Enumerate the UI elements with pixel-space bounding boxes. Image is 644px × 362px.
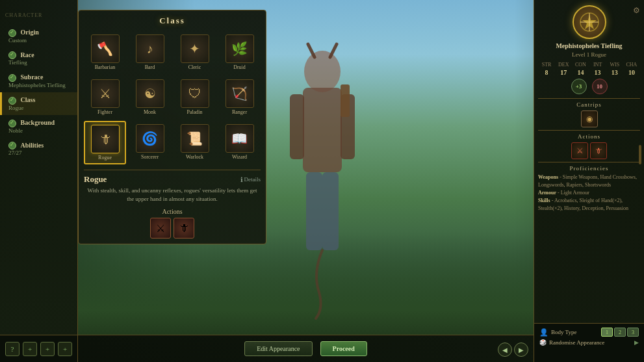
settings-icon[interactable]: ⚙ (633, 4, 640, 16)
details-icon: ℹ (240, 176, 243, 183)
class-item-rogue[interactable]: 🗡 Rogue (84, 121, 126, 164)
actions-section-header: Actions (538, 130, 640, 140)
str-label: STR (538, 62, 555, 68)
action-icon-2[interactable]: 🗡 (174, 218, 194, 239)
body-type-btn-1[interactable]: 1 (601, 328, 613, 337)
class-item-monk[interactable]: ☯ Monk (129, 76, 171, 118)
proficiency-section: Proficiencies Weapons - Simple Weapons, … (538, 162, 640, 213)
sidebar-item-subrace[interactable]: Subrace Mephistopheles Tiefling (0, 70, 77, 92)
class-item-warlock[interactable]: 📜 Warlock (174, 121, 216, 164)
fighter-label: Fighter (97, 109, 112, 115)
proficiency-bonus-circle: +3 (571, 79, 587, 94)
race-check-icon (8, 51, 16, 59)
sidebar-item-abilities[interactable]: Abilities 27/27 (0, 138, 77, 161)
actions-section: Actions ⚔ 🗡 (84, 208, 261, 239)
subrace-check-icon (8, 74, 16, 82)
bonus-section: +3 10 (538, 79, 640, 94)
class-item-sorcerer[interactable]: 🌀 Sorcerer (129, 121, 171, 164)
body-type-btn-3[interactable]: 3 (627, 328, 639, 337)
sidebar-item-origin[interactable]: Origin Custom (0, 25, 77, 47)
class-item-wizard[interactable]: 📖 Wizard (218, 121, 261, 164)
class-item-druid[interactable]: 🌿 Druid (218, 31, 261, 73)
class-item-cleric[interactable]: ✦ Cleric (174, 31, 216, 73)
cha-value: 10 (623, 69, 640, 76)
proficiency-bonus-item: +3 (571, 79, 587, 94)
svg-rect-8 (341, 84, 350, 117)
ranger-icon: 🏹 (225, 79, 254, 108)
add-button-1[interactable]: + (23, 342, 37, 356)
nav-left-button[interactable]: ◀ (498, 343, 512, 357)
monk-icon: ☯ (136, 79, 164, 108)
class-item-bard[interactable]: ♪ Bard (129, 31, 171, 73)
class-description-area: Rogue ℹ Details With stealth, skill, and… (84, 170, 261, 239)
right-action-icon-2[interactable]: 🗡 (590, 142, 607, 159)
proficiency-weapons: Weapons - Simple Weapons, Hand Crossbows… (538, 174, 640, 189)
action-icon-1[interactable]: ⚔ (150, 218, 171, 239)
sidebar-race-title: Race (21, 51, 34, 58)
right-action-icon-1[interactable]: ⚔ (571, 142, 588, 159)
right-panel: ⚙ Mephistopheles Tiefling Level 1 Rogue … (534, 0, 644, 362)
nav-arrows: ◀ ▶ (498, 343, 528, 357)
bard-icon: ♪ (136, 34, 164, 63)
abilities-check-icon (8, 142, 16, 149)
selected-class-name: Rogue (84, 174, 107, 185)
class-item-ranger[interactable]: 🏹 Ranger (218, 76, 261, 118)
right-panel-action-icons: ⚔ 🗡 (538, 142, 640, 159)
add-button-2[interactable]: + (40, 342, 55, 356)
randomise-row[interactable]: 🎲 Randomise Appearance ▶ (539, 339, 639, 346)
dex-value: 17 (555, 69, 572, 76)
details-link[interactable]: ℹ Details (240, 176, 261, 183)
proceed-button[interactable]: Proceed (320, 341, 367, 356)
sidebar-item-race[interactable]: Race Tiefling (0, 47, 77, 70)
barbarian-label: Barbarian (95, 64, 116, 70)
cleric-icon: ✦ (181, 34, 209, 63)
proficiency-bonus-value: +3 (576, 83, 582, 90)
stats-labels-row: STR DEX CON INT WIS CHA (538, 62, 640, 68)
character-level: Level 1 Rogue (538, 51, 640, 58)
ranger-label: Ranger (232, 109, 247, 115)
warlock-icon: 📜 (181, 124, 209, 153)
add-button-3[interactable]: + (58, 342, 72, 356)
body-type-btn-2[interactable]: 2 (614, 328, 626, 337)
help-button[interactable]: ? (5, 342, 19, 356)
class-description-text: With stealth, skill, and uncanny reflexe… (84, 187, 261, 203)
character-name: Mephistopheles Tiefling (538, 42, 640, 50)
sidebar-subrace-title: Subrace (21, 73, 44, 81)
bottom-bar: Edit Appearance Proceed ◀ ▶ (78, 335, 534, 362)
nav-right-button[interactable]: ▶ (514, 343, 528, 357)
body-type-label: Body Type (551, 329, 576, 335)
wizard-icon: 📖 (225, 124, 254, 153)
sidebar-origin-title: Origin (21, 29, 39, 36)
sidebar-class-value: Rogue (8, 105, 71, 111)
cantrip-icons: ◉ (538, 110, 640, 127)
dex-label: DEX (555, 62, 572, 68)
sidebar-item-class[interactable]: Class Rogue (0, 92, 77, 115)
class-item-barbarian[interactable]: 🪓 Barbarian (84, 31, 126, 73)
sidebar-abilities-title: Abilities (21, 142, 44, 149)
sidebar-abilities-value: 27/27 (8, 149, 71, 156)
body-type-buttons: 1 2 3 (601, 328, 639, 337)
class-item-paladin[interactable]: 🛡 Paladin (174, 76, 216, 118)
sorcerer-icon: 🌀 (136, 124, 164, 153)
class-check-icon (8, 97, 16, 105)
proficiency-skills: Skills - Acrobatics, Sleight of Hand(×2)… (538, 197, 640, 213)
edit-appearance-button[interactable]: Edit Appearance (244, 341, 312, 356)
cantrip-icon-1[interactable]: ◉ (581, 110, 598, 127)
class-item-fighter[interactable]: ⚔ Fighter (84, 76, 126, 118)
druid-label: Druid (233, 64, 246, 70)
proficiency-armour: Armour - Light Armour (538, 189, 640, 197)
paladin-icon: 🛡 (181, 79, 209, 108)
character-emblem (538, 5, 640, 39)
svg-rect-5 (322, 172, 339, 250)
monk-label: Monk (144, 109, 156, 115)
resize-handle[interactable] (639, 145, 641, 164)
class-panel-title: Class (84, 16, 261, 26)
int-value: 13 (589, 69, 606, 76)
sidebar-race-value: Tiefling (8, 59, 71, 66)
svg-rect-4 (306, 172, 322, 250)
stats-values-row: 8 17 14 13 13 10 (538, 69, 640, 76)
rogue-label: Rogue (98, 155, 112, 161)
sidebar-item-background[interactable]: Background Noble (0, 115, 77, 138)
character-figure (251, 19, 394, 331)
class-panel: Class 🪓 Barbarian ♪ Bard ✦ Cleric 🌿 Drui… (78, 10, 266, 244)
